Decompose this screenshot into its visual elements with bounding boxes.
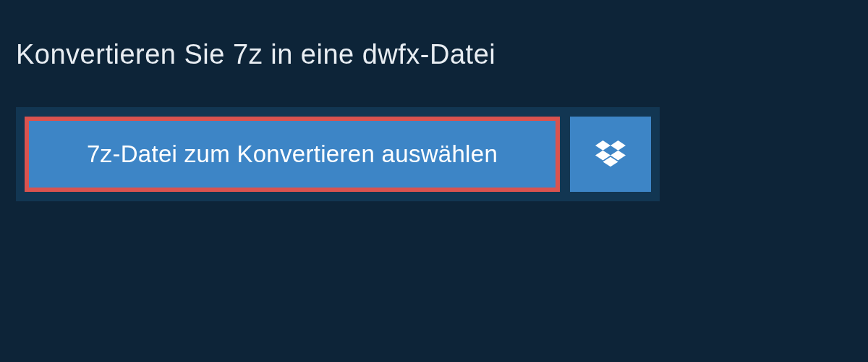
select-file-button[interactable]: 7z-Datei zum Konvertieren auswählen <box>25 117 560 192</box>
dropbox-icon <box>595 140 626 168</box>
heading-container: Konvertieren Sie 7z in eine dwfx-Datei <box>16 30 516 83</box>
page-title: Konvertieren Sie 7z in eine dwfx-Datei <box>16 39 495 70</box>
dropbox-button[interactable] <box>570 117 651 192</box>
upload-panel: 7z-Datei zum Konvertieren auswählen <box>16 107 660 201</box>
select-file-label: 7z-Datei zum Konvertieren auswählen <box>87 140 498 168</box>
